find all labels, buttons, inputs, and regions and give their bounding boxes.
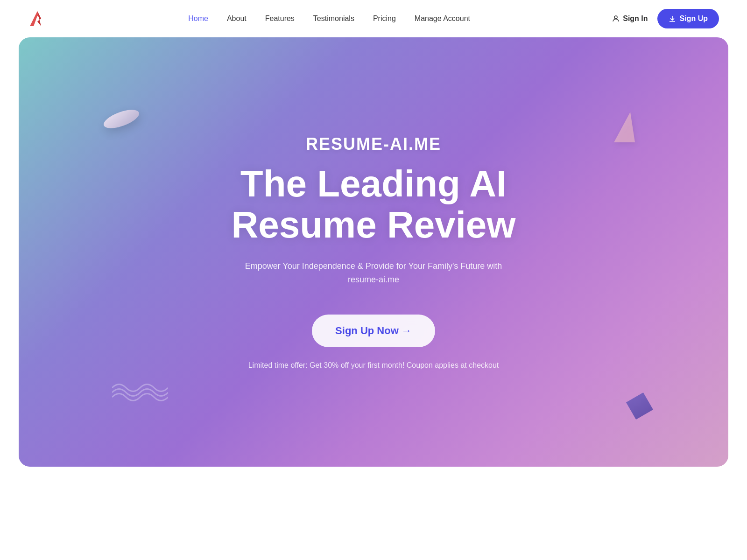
decorative-diamond <box>622 389 656 423</box>
hero-cta-button[interactable]: Sign Up Now → <box>312 315 435 347</box>
nav-item-manage-account[interactable]: Manage Account <box>415 14 470 23</box>
nav-item-pricing[interactable]: Pricing <box>373 14 396 23</box>
nav-links: Home About Features Testimonials Pricing… <box>188 14 470 23</box>
nav-item-features[interactable]: Features <box>265 14 295 23</box>
decorative-disc <box>101 106 141 132</box>
navbar-actions: Sign In Sign Up <box>612 9 719 28</box>
signin-link[interactable]: Sign In <box>612 14 648 23</box>
nav-item-home[interactable]: Home <box>188 14 208 23</box>
hero-brand: RESUME-AI.ME <box>306 134 441 154</box>
nav-item-about[interactable]: About <box>227 14 247 23</box>
hero-offer-text: Limited time offer: Get 30% off your fir… <box>248 361 499 370</box>
download-icon <box>669 15 676 22</box>
decorative-waves <box>112 381 168 406</box>
hero-subtitle: Empower Your Independence & Provide for … <box>243 259 504 287</box>
svg-marker-1 <box>37 11 45 26</box>
logo-icon <box>28 9 47 28</box>
user-icon <box>612 14 620 23</box>
svg-point-2 <box>614 16 617 19</box>
decorative-triangle <box>614 112 635 142</box>
signup-button[interactable]: Sign Up <box>657 9 719 28</box>
nav-item-testimonials[interactable]: Testimonials <box>313 14 354 23</box>
hero-headline: The Leading AI Resume Review <box>163 163 584 245</box>
logo[interactable] <box>28 9 47 28</box>
navbar: Home About Features Testimonials Pricing… <box>0 0 747 37</box>
hero-section: RESUME-AI.ME The Leading AI Resume Revie… <box>19 37 728 467</box>
